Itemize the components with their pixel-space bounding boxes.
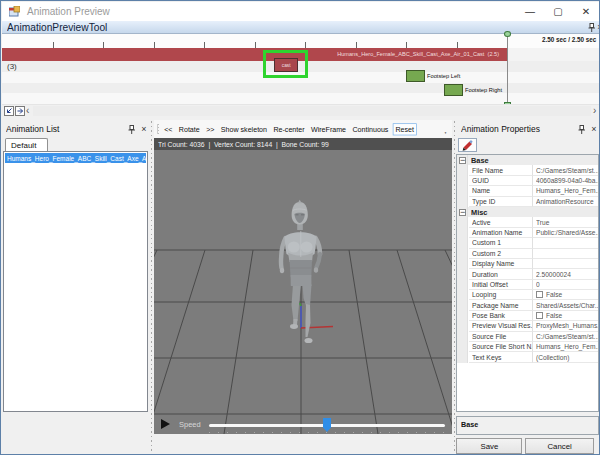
property-value[interactable]: Humans_Hero_Fem... xyxy=(533,186,598,196)
playhead-top-handle[interactable] xyxy=(504,31,511,37)
animation-list-close-icon[interactable]: × xyxy=(139,125,149,135)
play-button[interactable] xyxy=(161,419,170,429)
property-row[interactable]: Display Name xyxy=(457,259,598,269)
property-row-margin xyxy=(457,311,468,321)
timeline-track-bar[interactable]: Humans_Hero_Female_ABC_Skill_Cast_Axe_Ai… xyxy=(2,48,508,61)
scroll-left-arrow[interactable]: ‹ xyxy=(26,106,29,116)
animation-properties-title: Animation Properties xyxy=(461,122,554,137)
toolbar-item-continuous[interactable]: Continuous xyxy=(350,124,390,135)
toolbar-item-showskeleton[interactable]: Show skeleton xyxy=(219,124,269,135)
property-row[interactable]: NameHumans_Hero_Fem... xyxy=(457,186,598,196)
speed-slider-thumb[interactable] xyxy=(323,418,331,432)
property-value[interactable] xyxy=(533,249,598,259)
property-row[interactable]: Initial Offset0 xyxy=(457,280,598,290)
property-row[interactable]: Duration2.50000024 xyxy=(457,269,598,279)
animation-preview-window: Animation Preview — ▢ ✕ AnimationPreview… xyxy=(0,0,600,455)
app-icon xyxy=(9,6,20,17)
property-row[interactable]: Text Keys(Collection) xyxy=(457,352,598,362)
property-description-title: Base xyxy=(461,420,478,428)
property-row[interactable]: LoopingFalse xyxy=(457,290,598,300)
toolbar-item-nav[interactable]: >> xyxy=(204,124,217,135)
property-category-row[interactable]: −Misc xyxy=(457,207,598,217)
property-value[interactable]: 2.50000024 xyxy=(533,269,598,279)
property-value[interactable] xyxy=(533,259,598,269)
property-row[interactable]: Source FileC:/Games/Steam/st... xyxy=(457,332,598,342)
property-value[interactable]: C:/Games/Steam/st... xyxy=(533,165,598,175)
property-row[interactable]: ActiveTrue xyxy=(457,217,598,227)
toolbar-item-reset[interactable]: Reset xyxy=(393,123,417,135)
property-row-margin xyxy=(457,228,468,238)
property-label: File Name xyxy=(469,165,533,175)
viewport-3d[interactable] xyxy=(154,150,452,434)
save-button[interactable]: Save xyxy=(456,438,522,454)
collapse-icon[interactable]: − xyxy=(459,157,466,164)
property-value[interactable]: 4060a899-04a0-4ba... xyxy=(533,176,598,186)
property-row[interactable]: Package NameShared/Assets/Char... xyxy=(457,300,598,310)
property-value[interactable]: Shared/Assets/Char... xyxy=(533,300,598,310)
property-value[interactable]: C:/Games/Steam/st... xyxy=(533,332,598,342)
checkbox-icon[interactable] xyxy=(536,312,543,319)
property-label: Source File Short N... xyxy=(469,342,533,352)
checkbox-icon[interactable] xyxy=(536,291,543,298)
property-label: Custom 1 xyxy=(469,238,533,248)
tab-default[interactable]: Default xyxy=(5,138,48,152)
edit-properties-button[interactable] xyxy=(458,138,477,152)
speed-label: Speed xyxy=(179,418,208,430)
property-description-box: Base xyxy=(456,416,599,435)
toolbar-item-wireframe[interactable]: WireFrame xyxy=(309,124,348,135)
timeline-zoom-button-1[interactable] xyxy=(4,106,14,116)
toolbar-item-rotate[interactable]: Rotate xyxy=(177,124,202,135)
property-row[interactable]: GUID4060a899-04a0-4ba... xyxy=(457,176,598,186)
scroll-right-arrow[interactable]: › xyxy=(593,106,596,116)
property-grid[interactable]: −BaseFile NameC:/Games/Steam/st...GUID40… xyxy=(456,154,599,412)
property-value[interactable]: False xyxy=(533,290,598,300)
property-value[interactable]: ProxyMesh_Humans... xyxy=(533,321,598,331)
property-row[interactable]: Preview Visual Res...ProxyMesh_Humans... xyxy=(457,321,598,331)
scroll-track[interactable] xyxy=(33,106,591,116)
property-row[interactable]: Custom 1 xyxy=(457,238,598,248)
property-row-margin xyxy=(457,321,468,331)
properties-pin-icon[interactable] xyxy=(577,125,587,135)
animation-list-item-selected[interactable]: Humans_Hero_Female_ABC_Skill_Cast_Axe_Ai… xyxy=(5,153,146,163)
property-category-label: Base xyxy=(468,155,598,165)
animation-list-header[interactable]: Animation List × xyxy=(2,122,149,137)
property-category-row[interactable]: −Base xyxy=(457,155,598,165)
marker-cast[interactable]: cast xyxy=(274,58,298,72)
dock-close-icon[interactable]: × xyxy=(595,23,600,33)
property-row[interactable]: Pose BankFalse xyxy=(457,311,598,321)
property-row-margin xyxy=(457,217,468,227)
property-value[interactable]: (Collection) xyxy=(533,352,598,362)
timeline-zoom-button-2[interactable] xyxy=(15,106,25,116)
timeline-scrollbar[interactable]: ‹ › xyxy=(2,104,600,117)
property-value[interactable]: Public:/Shared/Asse... xyxy=(533,228,598,238)
property-row[interactable]: Type IDAnimationResource xyxy=(457,197,598,207)
toolbar-overflow-icon[interactable]: ▼ xyxy=(444,131,447,135)
animation-list-pin-icon[interactable] xyxy=(127,125,137,135)
maximize-button[interactable]: ▢ xyxy=(544,2,572,21)
animation-properties-header[interactable]: Animation Properties × xyxy=(457,122,600,137)
property-value[interactable]: AnimationResource xyxy=(533,197,598,207)
property-value[interactable]: 0 xyxy=(533,280,598,290)
marker-footstep-right[interactable] xyxy=(444,84,463,96)
property-label: Text Keys xyxy=(469,352,533,362)
properties-close-icon[interactable]: × xyxy=(589,125,599,135)
toolbar-item-nav[interactable]: << xyxy=(162,124,175,135)
marker-footstep-left[interactable] xyxy=(406,70,425,82)
property-row[interactable]: Source File Short N...Humans_Hero_Fem... xyxy=(457,342,598,352)
property-value[interactable]: Humans_Hero_Fem... xyxy=(533,342,598,352)
collapse-icon[interactable]: − xyxy=(459,209,466,216)
close-button[interactable]: ✕ xyxy=(572,2,600,21)
cancel-button[interactable]: Cancel xyxy=(525,438,594,454)
toolbar-grip[interactable] xyxy=(157,124,159,134)
property-value[interactable] xyxy=(533,238,598,248)
minimize-button[interactable]: — xyxy=(516,2,544,21)
property-row[interactable]: Custom 2 xyxy=(457,249,598,259)
property-row[interactable]: Animation NamePublic:/Shared/Asse... xyxy=(457,228,598,238)
property-value[interactable]: False xyxy=(533,311,598,321)
toolbar-item-recenter[interactable]: Re-center xyxy=(271,124,306,135)
playhead-line[interactable] xyxy=(507,37,508,103)
property-value[interactable]: True xyxy=(533,217,598,227)
property-label: Name xyxy=(469,186,533,196)
property-row[interactable]: File NameC:/Games/Steam/st... xyxy=(457,165,598,175)
animation-list[interactable]: Humans_Hero_Female_ABC_Skill_Cast_Axe_Ai… xyxy=(3,151,148,412)
